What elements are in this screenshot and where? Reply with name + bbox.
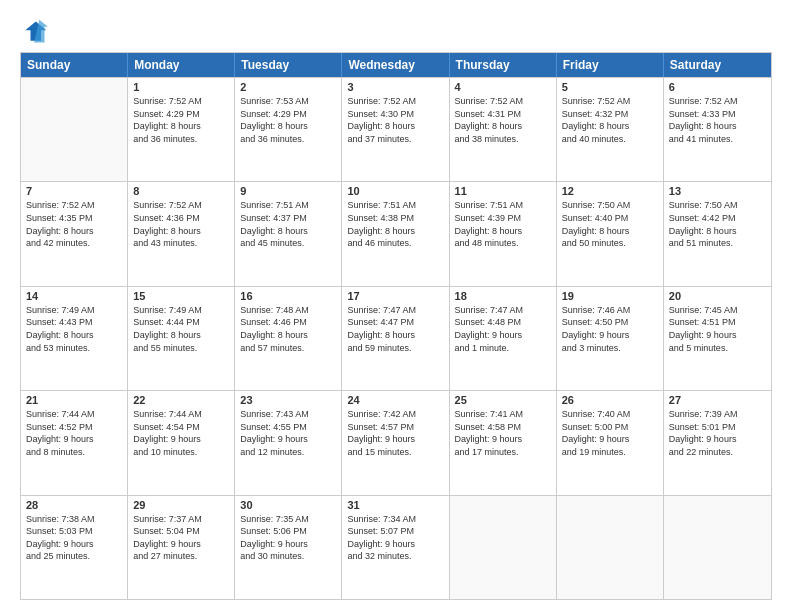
cal-cell — [557, 496, 664, 599]
day-number: 2 — [240, 81, 336, 93]
cell-text: Sunrise: 7:52 AMSunset: 4:30 PMDaylight:… — [347, 95, 443, 145]
day-number: 9 — [240, 185, 336, 197]
cell-text: Sunrise: 7:49 AMSunset: 4:44 PMDaylight:… — [133, 304, 229, 354]
calendar-header: SundayMondayTuesdayWednesdayThursdayFrid… — [21, 53, 771, 77]
cell-text: Sunrise: 7:40 AMSunset: 5:00 PMDaylight:… — [562, 408, 658, 458]
cal-cell: 29Sunrise: 7:37 AMSunset: 5:04 PMDayligh… — [128, 496, 235, 599]
cal-cell: 13Sunrise: 7:50 AMSunset: 4:42 PMDayligh… — [664, 182, 771, 285]
cal-cell: 12Sunrise: 7:50 AMSunset: 4:40 PMDayligh… — [557, 182, 664, 285]
day-number: 6 — [669, 81, 766, 93]
day-number: 17 — [347, 290, 443, 302]
cal-cell: 28Sunrise: 7:38 AMSunset: 5:03 PMDayligh… — [21, 496, 128, 599]
cal-cell: 30Sunrise: 7:35 AMSunset: 5:06 PMDayligh… — [235, 496, 342, 599]
calendar-row-2: 7Sunrise: 7:52 AMSunset: 4:35 PMDaylight… — [21, 181, 771, 285]
header-day-monday: Monday — [128, 53, 235, 77]
day-number: 7 — [26, 185, 122, 197]
cal-cell: 1Sunrise: 7:52 AMSunset: 4:29 PMDaylight… — [128, 78, 235, 181]
header-day-tuesday: Tuesday — [235, 53, 342, 77]
day-number: 1 — [133, 81, 229, 93]
header-day-friday: Friday — [557, 53, 664, 77]
cell-text: Sunrise: 7:50 AMSunset: 4:42 PMDaylight:… — [669, 199, 766, 249]
cell-text: Sunrise: 7:47 AMSunset: 4:48 PMDaylight:… — [455, 304, 551, 354]
cal-cell: 21Sunrise: 7:44 AMSunset: 4:52 PMDayligh… — [21, 391, 128, 494]
calendar-body: 1Sunrise: 7:52 AMSunset: 4:29 PMDaylight… — [21, 77, 771, 599]
day-number: 11 — [455, 185, 551, 197]
day-number: 5 — [562, 81, 658, 93]
cell-text: Sunrise: 7:51 AMSunset: 4:37 PMDaylight:… — [240, 199, 336, 249]
cell-text: Sunrise: 7:46 AMSunset: 4:50 PMDaylight:… — [562, 304, 658, 354]
header-day-saturday: Saturday — [664, 53, 771, 77]
cell-text: Sunrise: 7:52 AMSunset: 4:31 PMDaylight:… — [455, 95, 551, 145]
day-number: 15 — [133, 290, 229, 302]
calendar-row-3: 14Sunrise: 7:49 AMSunset: 4:43 PMDayligh… — [21, 286, 771, 390]
cal-cell: 3Sunrise: 7:52 AMSunset: 4:30 PMDaylight… — [342, 78, 449, 181]
day-number: 31 — [347, 499, 443, 511]
cal-cell — [21, 78, 128, 181]
day-number: 26 — [562, 394, 658, 406]
cell-text: Sunrise: 7:47 AMSunset: 4:47 PMDaylight:… — [347, 304, 443, 354]
cell-text: Sunrise: 7:52 AMSunset: 4:32 PMDaylight:… — [562, 95, 658, 145]
day-number: 8 — [133, 185, 229, 197]
cal-cell: 24Sunrise: 7:42 AMSunset: 4:57 PMDayligh… — [342, 391, 449, 494]
cal-cell: 8Sunrise: 7:52 AMSunset: 4:36 PMDaylight… — [128, 182, 235, 285]
cell-text: Sunrise: 7:39 AMSunset: 5:01 PMDaylight:… — [669, 408, 766, 458]
cal-cell: 19Sunrise: 7:46 AMSunset: 4:50 PMDayligh… — [557, 287, 664, 390]
logo-icon — [20, 18, 48, 46]
cal-cell: 16Sunrise: 7:48 AMSunset: 4:46 PMDayligh… — [235, 287, 342, 390]
day-number: 16 — [240, 290, 336, 302]
day-number: 25 — [455, 394, 551, 406]
cal-cell: 5Sunrise: 7:52 AMSunset: 4:32 PMDaylight… — [557, 78, 664, 181]
cal-cell: 9Sunrise: 7:51 AMSunset: 4:37 PMDaylight… — [235, 182, 342, 285]
cell-text: Sunrise: 7:37 AMSunset: 5:04 PMDaylight:… — [133, 513, 229, 563]
cell-text: Sunrise: 7:38 AMSunset: 5:03 PMDaylight:… — [26, 513, 122, 563]
day-number: 13 — [669, 185, 766, 197]
cal-cell: 10Sunrise: 7:51 AMSunset: 4:38 PMDayligh… — [342, 182, 449, 285]
cell-text: Sunrise: 7:50 AMSunset: 4:40 PMDaylight:… — [562, 199, 658, 249]
calendar-row-1: 1Sunrise: 7:52 AMSunset: 4:29 PMDaylight… — [21, 77, 771, 181]
day-number: 10 — [347, 185, 443, 197]
header-day-wednesday: Wednesday — [342, 53, 449, 77]
cell-text: Sunrise: 7:34 AMSunset: 5:07 PMDaylight:… — [347, 513, 443, 563]
header — [20, 18, 772, 46]
cell-text: Sunrise: 7:51 AMSunset: 4:39 PMDaylight:… — [455, 199, 551, 249]
header-day-sunday: Sunday — [21, 53, 128, 77]
day-number: 24 — [347, 394, 443, 406]
calendar-row-5: 28Sunrise: 7:38 AMSunset: 5:03 PMDayligh… — [21, 495, 771, 599]
cell-text: Sunrise: 7:41 AMSunset: 4:58 PMDaylight:… — [455, 408, 551, 458]
header-day-thursday: Thursday — [450, 53, 557, 77]
cal-cell: 4Sunrise: 7:52 AMSunset: 4:31 PMDaylight… — [450, 78, 557, 181]
cal-cell — [664, 496, 771, 599]
day-number: 18 — [455, 290, 551, 302]
cal-cell: 26Sunrise: 7:40 AMSunset: 5:00 PMDayligh… — [557, 391, 664, 494]
day-number: 27 — [669, 394, 766, 406]
day-number: 20 — [669, 290, 766, 302]
cal-cell: 11Sunrise: 7:51 AMSunset: 4:39 PMDayligh… — [450, 182, 557, 285]
day-number: 21 — [26, 394, 122, 406]
cal-cell: 17Sunrise: 7:47 AMSunset: 4:47 PMDayligh… — [342, 287, 449, 390]
page: SundayMondayTuesdayWednesdayThursdayFrid… — [0, 0, 792, 612]
cal-cell: 7Sunrise: 7:52 AMSunset: 4:35 PMDaylight… — [21, 182, 128, 285]
cell-text: Sunrise: 7:44 AMSunset: 4:52 PMDaylight:… — [26, 408, 122, 458]
day-number: 23 — [240, 394, 336, 406]
cell-text: Sunrise: 7:42 AMSunset: 4:57 PMDaylight:… — [347, 408, 443, 458]
calendar: SundayMondayTuesdayWednesdayThursdayFrid… — [20, 52, 772, 600]
day-number: 28 — [26, 499, 122, 511]
cell-text: Sunrise: 7:48 AMSunset: 4:46 PMDaylight:… — [240, 304, 336, 354]
cal-cell: 31Sunrise: 7:34 AMSunset: 5:07 PMDayligh… — [342, 496, 449, 599]
cell-text: Sunrise: 7:51 AMSunset: 4:38 PMDaylight:… — [347, 199, 443, 249]
day-number: 14 — [26, 290, 122, 302]
cell-text: Sunrise: 7:43 AMSunset: 4:55 PMDaylight:… — [240, 408, 336, 458]
cell-text: Sunrise: 7:53 AMSunset: 4:29 PMDaylight:… — [240, 95, 336, 145]
day-number: 4 — [455, 81, 551, 93]
calendar-row-4: 21Sunrise: 7:44 AMSunset: 4:52 PMDayligh… — [21, 390, 771, 494]
logo — [20, 18, 52, 46]
cal-cell: 2Sunrise: 7:53 AMSunset: 4:29 PMDaylight… — [235, 78, 342, 181]
cal-cell: 23Sunrise: 7:43 AMSunset: 4:55 PMDayligh… — [235, 391, 342, 494]
cal-cell: 20Sunrise: 7:45 AMSunset: 4:51 PMDayligh… — [664, 287, 771, 390]
day-number: 22 — [133, 394, 229, 406]
cal-cell: 6Sunrise: 7:52 AMSunset: 4:33 PMDaylight… — [664, 78, 771, 181]
day-number: 30 — [240, 499, 336, 511]
day-number: 3 — [347, 81, 443, 93]
cell-text: Sunrise: 7:45 AMSunset: 4:51 PMDaylight:… — [669, 304, 766, 354]
day-number: 29 — [133, 499, 229, 511]
